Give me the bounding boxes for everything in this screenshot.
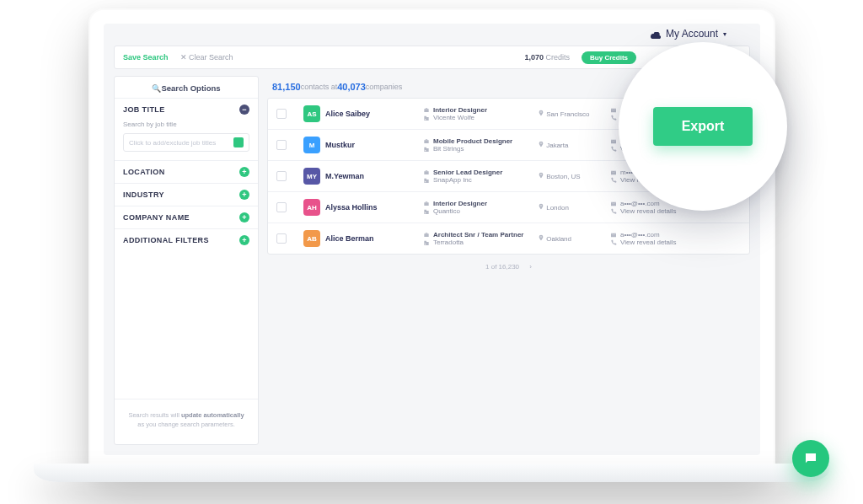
contact-name: Alyssa Hollins xyxy=(325,203,418,212)
facet-industry[interactable]: INDUSTRY + xyxy=(115,183,258,206)
sidebar: Search Options JOB TITLE − Search by job… xyxy=(114,76,259,445)
clear-search-button[interactable]: ✕ Clear Search xyxy=(180,53,233,62)
table-row[interactable]: ABAlice BermanArchitect Snr / Team Partn… xyxy=(268,223,749,254)
job-column: Architect Snr / Team PartnerTerradotta xyxy=(423,231,533,246)
contact-name: M.Yewman xyxy=(325,172,418,180)
buy-credits-button[interactable]: Buy Credits xyxy=(582,51,636,64)
avatar: AB xyxy=(303,230,320,247)
account-label: My Account xyxy=(666,28,718,40)
facet-additional-filters[interactable]: ADDITIONAL FILTERS + xyxy=(115,228,258,251)
avatar: AH xyxy=(303,199,320,216)
job-title-placeholder: Click to add/exclude job titles xyxy=(129,139,216,147)
job-column: Interior DesignerQuantico xyxy=(423,200,533,215)
pager-next-button[interactable]: › xyxy=(529,263,532,271)
job-column: Senior Lead DesignerSnapApp Inc xyxy=(423,169,533,184)
tag-chip-icon xyxy=(233,137,244,147)
expand-icon: + xyxy=(239,235,249,245)
location-column: Oakland xyxy=(538,234,605,243)
search-options-title: Search Options xyxy=(115,77,258,98)
account-menu[interactable]: My Account ▾ xyxy=(104,24,760,44)
row-checkbox[interactable] xyxy=(276,109,287,119)
avatar: M xyxy=(303,137,320,153)
expand-icon: + xyxy=(239,190,249,200)
contact-name: Alice Berman xyxy=(325,234,418,243)
job-title-input[interactable]: Click to add/exclude job titles xyxy=(123,133,249,152)
credits-display: 1,070 Credits xyxy=(525,53,571,62)
row-checkbox[interactable] xyxy=(276,202,287,212)
contact-name: Alice Saibey xyxy=(325,110,418,118)
location-column: San Francisco xyxy=(538,110,605,118)
facet-job-title[interactable]: JOB TITLE − xyxy=(115,98,258,121)
pager-label: 1 of 16,230 xyxy=(485,263,519,271)
location-column: Boston, US xyxy=(538,172,605,180)
facet-job-title-sub: Search by job title xyxy=(115,121,258,133)
chat-icon xyxy=(803,451,818,466)
sidebar-note: Search results will update automatically… xyxy=(115,399,258,444)
avatar: AS xyxy=(303,105,320,122)
job-column: Interior DesignerVicente Wolfe xyxy=(423,106,533,121)
location-column: Jakarta xyxy=(538,141,605,149)
expand-icon: + xyxy=(239,167,249,177)
export-button[interactable]: Export xyxy=(653,107,753,146)
chat-fab[interactable] xyxy=(792,440,829,477)
save-search-button[interactable]: Save Search xyxy=(123,53,169,62)
caret-down-icon: ▾ xyxy=(723,30,726,38)
cloud-icon xyxy=(651,29,661,38)
row-checkbox[interactable] xyxy=(276,233,287,244)
laptop-base xyxy=(34,464,829,482)
row-checkbox[interactable] xyxy=(276,171,287,181)
location-column: London xyxy=(538,203,605,212)
job-column: Mobile Product DesignerBit Strings xyxy=(423,137,533,153)
export-callout: Export xyxy=(619,42,787,211)
facet-company-name[interactable]: COMPANY NAME + xyxy=(115,206,258,228)
contact-name: Mustkur xyxy=(325,141,418,149)
facet-location[interactable]: LOCATION + xyxy=(115,160,258,183)
row-checkbox[interactable] xyxy=(276,140,287,150)
contact-column: a•••@•••.comView reveal details xyxy=(610,231,741,246)
collapse-icon: − xyxy=(239,105,249,115)
pager: 1 of 16,230 › xyxy=(267,255,750,276)
expand-icon: + xyxy=(239,212,249,223)
avatar: MY xyxy=(303,168,320,185)
